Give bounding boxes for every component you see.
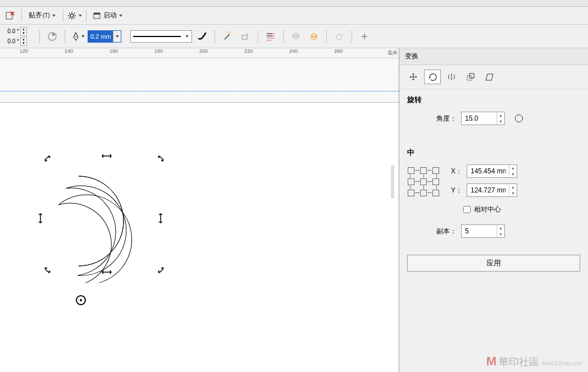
watermark-logo: M xyxy=(486,354,496,369)
size-icon xyxy=(466,72,476,82)
text-wrap-icon xyxy=(265,31,276,42)
add-button[interactable] xyxy=(357,29,372,44)
rotation-heading: 旋转 xyxy=(407,95,580,105)
separator xyxy=(39,30,40,43)
svg-rect-3 xyxy=(94,13,100,15)
close-doc-icon xyxy=(5,11,15,21)
skew-handle-t[interactable] xyxy=(101,153,112,159)
dropdown-icon xyxy=(81,35,85,38)
plus-icon xyxy=(360,32,369,41)
rotation-2-input[interactable] xyxy=(2,38,20,44)
line-preview xyxy=(133,36,181,37)
dropdown-icon xyxy=(52,13,56,18)
y-label: Y： xyxy=(451,186,462,195)
skew-handle-l[interactable] xyxy=(37,213,44,224)
y-input[interactable]: ▲▼ xyxy=(467,183,517,197)
dropdown-icon xyxy=(185,34,189,39)
skew-handle-r[interactable] xyxy=(157,213,164,224)
rotate-handle-tr[interactable] xyxy=(154,155,165,163)
svg-point-5 xyxy=(75,36,76,37)
separator xyxy=(21,10,22,22)
layer-front-icon xyxy=(290,31,302,42)
effects2-button[interactable] xyxy=(238,29,253,44)
tab-skew[interactable] xyxy=(481,70,498,84)
rotation-spinners: ▲▼ ▲▼ xyxy=(2,26,33,47)
skew-icon xyxy=(485,72,495,82)
separator xyxy=(86,10,86,22)
snap-button[interactable]: 贴齐(T) xyxy=(25,8,60,24)
selected-object[interactable] xyxy=(45,159,168,284)
angle-indicator[interactable] xyxy=(515,114,523,122)
wrap-text-button[interactable] xyxy=(263,29,279,44)
line-style-dropdown[interactable] xyxy=(130,30,192,43)
angle-label: 角度： xyxy=(435,114,457,123)
rotation-center-marker[interactable] xyxy=(76,295,86,305)
separator xyxy=(352,30,352,43)
brush-button[interactable] xyxy=(194,29,210,44)
pen-tool-button[interactable] xyxy=(70,29,85,44)
rotate-handle-tl[interactable] xyxy=(44,155,54,163)
separator xyxy=(283,30,284,43)
canvas-area[interactable]: 120 140 160 180 200 220 240 260 毫米 xyxy=(0,48,399,372)
stroke-width-dropdown[interactable] xyxy=(113,31,121,42)
apply-button[interactable]: 应用 xyxy=(407,255,580,272)
angle-input[interactable]: ▲▼ xyxy=(461,112,505,125)
rotate-handle-bl[interactable] xyxy=(44,266,54,274)
relative-center-label: 相对中心 xyxy=(474,205,501,214)
svg-point-7 xyxy=(336,34,342,40)
svg-rect-0 xyxy=(6,12,12,19)
gear-icon xyxy=(67,11,77,21)
effects-button[interactable] xyxy=(220,29,235,44)
svg-point-1 xyxy=(70,14,74,17)
transform-button[interactable] xyxy=(331,29,347,44)
rotation-1-input[interactable] xyxy=(2,28,20,34)
layer-front-button[interactable] xyxy=(288,29,304,44)
relative-center-checkbox[interactable] xyxy=(463,206,471,213)
tab-mirror[interactable] xyxy=(443,70,460,84)
pie-tool-button[interactable] xyxy=(44,29,60,44)
center-heading: 中 xyxy=(407,148,580,158)
pen-nib-icon xyxy=(71,31,81,42)
pie-icon xyxy=(47,31,58,42)
rotate-icon xyxy=(334,31,345,42)
scroll-indicator[interactable] xyxy=(391,165,394,199)
settings-button[interactable] xyxy=(67,8,83,24)
separator xyxy=(65,30,65,43)
title-bar xyxy=(0,0,588,7)
main-toolbar: 贴齐(T) 启动 xyxy=(0,7,588,25)
separator xyxy=(258,30,258,43)
copies-label: 副本： xyxy=(435,227,457,236)
sparkle-icon xyxy=(240,31,251,42)
rotate-handle-br[interactable] xyxy=(154,266,165,274)
position-icon xyxy=(408,72,418,82)
canvas[interactable] xyxy=(0,58,399,372)
separator xyxy=(215,30,215,43)
separator xyxy=(326,30,327,43)
separator xyxy=(63,10,63,22)
spinner[interactable]: ▲▼ xyxy=(20,37,27,46)
mirror-icon xyxy=(446,72,457,82)
launch-button[interactable]: 启动 xyxy=(90,8,126,24)
launch-label: 启动 xyxy=(103,11,117,20)
transform-panel: 变换 旋转 角度： ▲▼ xyxy=(399,48,588,372)
brush-icon xyxy=(197,31,208,42)
close-doc-button[interactable] xyxy=(2,8,18,24)
copies-input[interactable]: ▲▼ xyxy=(461,224,505,238)
horizontal-ruler: 120 140 160 180 200 220 240 260 毫米 xyxy=(0,48,399,58)
guide-line[interactable] xyxy=(0,91,399,91)
layer-back-button[interactable] xyxy=(306,29,322,44)
spinner[interactable]: ▲▼ xyxy=(20,27,27,36)
tab-position[interactable] xyxy=(405,70,422,84)
tab-size[interactable] xyxy=(462,70,479,84)
rotate-tab-icon xyxy=(427,72,437,82)
transform-tabs xyxy=(399,65,588,89)
stroke-width-input[interactable] xyxy=(88,30,121,43)
skew-handle-b[interactable] xyxy=(101,269,112,275)
launch-icon xyxy=(93,12,101,20)
tab-rotate[interactable] xyxy=(424,70,441,84)
dropdown-icon xyxy=(118,13,123,18)
x-input[interactable]: ▲▼ xyxy=(467,164,517,178)
anchor-grid[interactable] xyxy=(407,167,440,197)
x-label: X： xyxy=(451,167,462,176)
watermark: M 華印社區 www.52cnp.com xyxy=(486,354,582,369)
